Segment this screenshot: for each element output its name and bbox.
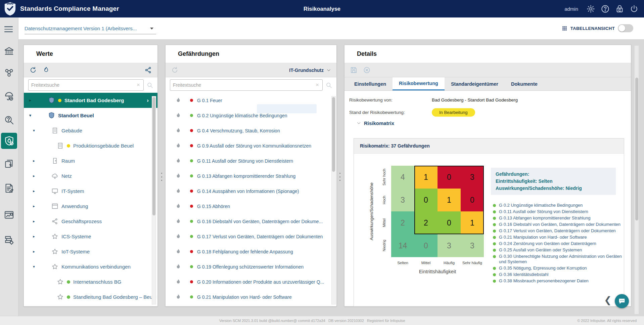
werte-search-input[interactable] <box>31 82 136 88</box>
tree-item[interactable]: ▾Kommunikations verbindungen <box>24 259 157 274</box>
sidebar-item-processes-icon[interactable] <box>3 158 15 170</box>
matrix-cell-Hoch-Mittel[interactable]: 0 <box>414 189 438 211</box>
gefaehrdungen-search-input[interactable] <box>173 82 315 88</box>
matrix-cell-Mittel-Selten[interactable]: 2 <box>391 211 414 234</box>
matrix-cell-Mittel-Mittel[interactable]: 2 <box>414 211 438 234</box>
sidebar-item-institution-icon[interactable] <box>3 45 15 57</box>
matrix-cell-Hoch-Sehr häufig[interactable]: 0 <box>461 189 484 211</box>
matrix-cell-Mittel-Häufig[interactable]: 0 <box>438 211 461 234</box>
tree-expander-icon[interactable]: ▾ <box>28 113 33 118</box>
matrix-cell-Niedrig-Mittel[interactable]: 0 <box>414 234 438 257</box>
gefaehrdungen-scrollbar[interactable] <box>331 96 336 304</box>
tree-item[interactable]: Internetanschluss BG <box>24 274 157 289</box>
tree-item[interactable]: Standleitung Bad Godesberg – Beuel <box>24 289 157 304</box>
page-scrollbar[interactable] <box>634 45 639 314</box>
save-icon[interactable] <box>350 66 358 74</box>
matrix-cell-Sehr hoch-Häufig[interactable]: 0 <box>438 166 461 189</box>
tree-expander-icon[interactable]: ▾ <box>32 265 36 269</box>
risikomatrix-section-toggle[interactable]: Risikomatrix <box>344 120 631 126</box>
hazard-list-item[interactable]: G 0.17 Verlust von Geräten, Datenträgern… <box>166 229 336 244</box>
tree-expander-icon[interactable]: ▸ <box>32 249 36 254</box>
tab-einstellungen[interactable]: Einstellungen <box>348 77 393 90</box>
matrix-cell-Sehr hoch-Sehr häufig[interactable]: 3 <box>461 166 484 189</box>
tree-item[interactable]: ▸Netz <box>24 168 157 184</box>
sidebar-item-documents-edit-icon[interactable] <box>3 182 15 194</box>
hazard-list-item[interactable]: G 0.19 Offenlegung schützenswerter Infor… <box>166 259 336 274</box>
chat-support-button[interactable] <box>615 294 629 308</box>
matrix-cell-Hoch-Häufig[interactable]: 1 <box>438 189 461 211</box>
matrix-cell-Sehr hoch-Mittel[interactable]: 1 <box>414 166 438 189</box>
tree-expander-icon[interactable]: ▸ <box>28 98 33 103</box>
hazard-list-item[interactable]: G 0.16 Diebstahl von Geräten, Datenträge… <box>166 214 336 229</box>
hazard-list-item[interactable]: G 0.11 Ausfall oder Störung von Dienstle… <box>166 153 336 168</box>
tree-item[interactable]: ▸IT-System <box>24 184 157 199</box>
user-name[interactable]: admin <box>564 6 578 12</box>
tree-expander-icon[interactable]: ▸ <box>32 204 36 208</box>
matrix-cell-Niedrig-Sehr häufig[interactable]: 3 <box>461 234 484 257</box>
sidebar-item-audit-search-icon[interactable] <box>3 114 15 126</box>
matrix-cell-Mittel-Sehr häufig[interactable]: 1 <box>461 211 484 234</box>
tree-item[interactable]: ▸Raum <box>24 153 157 168</box>
tree-expander-icon[interactable]: ▾ <box>32 128 36 133</box>
logout-power-icon[interactable] <box>630 4 639 13</box>
refresh-icon[interactable] <box>171 66 179 74</box>
settings-gear-icon[interactable] <box>586 4 595 13</box>
table-view-toggle[interactable] <box>618 24 633 32</box>
hazard-list-item[interactable]: G 0.9 Ausfall oder Störung von Kommunika… <box>166 138 336 153</box>
tree-expander-icon[interactable]: ▸ <box>32 159 36 163</box>
hazard-list-item[interactable]: G 0.21 Manipulation von Hard- oder Softw… <box>166 289 336 304</box>
matrix-cell-Hoch-Selten[interactable]: 3 <box>391 189 414 211</box>
open-details-chevron-icon[interactable]: › <box>147 97 149 104</box>
tree-item[interactable]: Produktionsgebäude Beuel <box>24 138 157 153</box>
collapse-panel-chevron-icon[interactable]: ❮ <box>604 295 612 306</box>
sidebar-item-insurance-protection-icon[interactable] <box>3 90 15 103</box>
help-icon[interactable] <box>601 4 610 13</box>
panel-resize-handle[interactable] <box>339 173 341 181</box>
project-selector-dropdown[interactable]: Datenschutzmanagement Version 1 (Arbeits… <box>25 23 156 34</box>
tree-item[interactable]: ▸Anwendung <box>24 199 157 214</box>
tab-risikobewertung[interactable]: Risikobewertung <box>393 77 445 90</box>
sidebar-item-risk-analysis-icon[interactable] <box>1 133 17 149</box>
hazard-list-item[interactable]: G 0.2 Ungünstige klimatische Bedingungen <box>166 108 336 123</box>
clear-search-icon[interactable]: × <box>315 82 320 88</box>
hazard-list-item[interactable]: G 0.13 Abfangen kompromittierender Strah… <box>166 168 336 184</box>
sidebar-item-report-analytics-icon[interactable] <box>3 209 15 221</box>
tree-item[interactable]: ▸Standort Bad Godesberg› <box>24 93 157 108</box>
hazard-flame-filter-icon[interactable] <box>42 66 50 74</box>
tree-item[interactable]: ▸ICS-Systeme <box>24 229 157 244</box>
matrix-cell-Niedrig-Häufig[interactable]: 3 <box>438 234 461 257</box>
panel-resize-handle[interactable] <box>160 173 163 181</box>
page-scrollbar-thumb[interactable] <box>635 78 638 220</box>
tree-item[interactable]: ▸IoT-Systeme <box>24 244 157 259</box>
sidebar-item-library-settings-icon[interactable] <box>3 234 15 246</box>
werte-scrollbar-thumb[interactable] <box>152 97 155 215</box>
session-lock-icon[interactable] <box>615 4 624 13</box>
clear-search-icon[interactable]: × <box>136 82 141 88</box>
sidebar-item-organization-icon[interactable] <box>3 67 15 79</box>
matrix-cell-Niedrig-Selten[interactable]: 14 <box>391 234 414 257</box>
hazard-list-item[interactable]: G 0.1 Feuer <box>166 93 336 108</box>
tree-expander-icon[interactable]: ▸ <box>32 219 36 224</box>
tab-dokumente[interactable]: Dokumente <box>505 77 544 90</box>
tree-item[interactable]: ▾Gebäude <box>24 123 157 138</box>
search-icon[interactable] <box>146 82 153 89</box>
tree-item[interactable]: ▾Standort Beuel <box>24 108 157 123</box>
hazard-list-item[interactable]: G 0.18 Fehlplanung oder fehlende Anpassu… <box>166 244 336 259</box>
tab-standardeigentümer[interactable]: Standardeigentümer <box>445 77 505 90</box>
tree-expander-icon[interactable]: ▸ <box>32 174 36 178</box>
hazard-list-item[interactable]: G 0.4 Verschmutzung, Staub, Korrosion <box>166 123 336 138</box>
hazard-list-item[interactable]: G 0.14 Ausspähen von Informationen (Spio… <box>166 184 336 199</box>
hazard-list-item[interactable]: G 0.15 Abhören <box>166 199 336 214</box>
search-icon[interactable] <box>325 82 332 89</box>
tree-expander-icon[interactable]: ▸ <box>32 234 36 239</box>
tree-expander-icon[interactable]: ▸ <box>32 189 36 193</box>
tree-item[interactable]: ▸Geschäftsprozess <box>24 214 157 229</box>
hazard-list-item[interactable]: G 0.20 Informationen oder Produkte aus u… <box>166 274 336 289</box>
gefaehrdungen-scrollbar-thumb[interactable] <box>332 97 335 172</box>
werte-scrollbar[interactable] <box>152 96 156 304</box>
cancel-icon[interactable] <box>363 66 371 74</box>
matrix-cell-Sehr hoch-Selten[interactable]: 4 <box>391 166 414 189</box>
refresh-icon[interactable] <box>29 66 37 74</box>
menu-hamburger-icon[interactable] <box>4 26 13 33</box>
share-icon[interactable] <box>144 66 152 74</box>
